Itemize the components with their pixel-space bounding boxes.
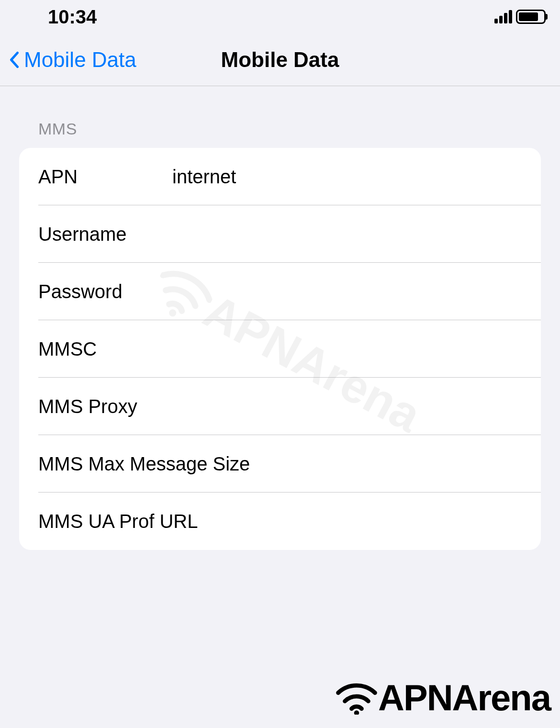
- brand-text: APNArena: [378, 677, 550, 718]
- mmsc-label: MMSC: [38, 338, 172, 360]
- status-bar: 10:34: [0, 0, 560, 34]
- username-row[interactable]: Username: [19, 205, 541, 263]
- nav-title: Mobile Data: [221, 48, 339, 72]
- back-button[interactable]: Mobile Data: [10, 48, 136, 72]
- password-label: Password: [38, 281, 172, 302]
- username-input[interactable]: [172, 224, 522, 245]
- mms-ua-prof-label: MMS UA Prof URL: [38, 511, 198, 532]
- cellular-signal-icon: [494, 10, 512, 23]
- mms-proxy-row[interactable]: MMS Proxy: [19, 378, 541, 435]
- mms-max-size-label: MMS Max Message Size: [38, 453, 250, 475]
- password-row[interactable]: Password: [19, 263, 541, 320]
- nav-bar: Mobile Data Mobile Data: [0, 34, 560, 86]
- section-header: MMS: [0, 86, 560, 148]
- wifi-icon: [335, 681, 378, 715]
- brand-logo: APNArena: [335, 677, 550, 718]
- apn-row[interactable]: APN: [19, 148, 541, 205]
- mms-proxy-input[interactable]: [172, 396, 522, 417]
- svg-point-1: [354, 710, 359, 715]
- mmsc-input[interactable]: [172, 338, 522, 360]
- status-indicators: [494, 10, 546, 24]
- apn-label: APN: [38, 166, 172, 188]
- password-input[interactable]: [172, 281, 522, 302]
- back-label: Mobile Data: [24, 48, 136, 72]
- mms-ua-prof-row[interactable]: MMS UA Prof URL: [19, 493, 541, 550]
- battery-icon: [516, 10, 546, 24]
- status-time: 10:34: [48, 6, 97, 28]
- apn-input[interactable]: [172, 166, 522, 188]
- mms-ua-prof-input[interactable]: [198, 511, 522, 532]
- mms-max-size-input[interactable]: [250, 453, 522, 475]
- settings-group: APN Username Password MMSC MMS Proxy MMS…: [19, 148, 541, 550]
- mms-proxy-label: MMS Proxy: [38, 396, 172, 417]
- chevron-left-icon: [10, 51, 19, 68]
- mmsc-row[interactable]: MMSC: [19, 320, 541, 378]
- mms-max-size-row[interactable]: MMS Max Message Size: [19, 435, 541, 493]
- username-label: Username: [38, 224, 172, 245]
